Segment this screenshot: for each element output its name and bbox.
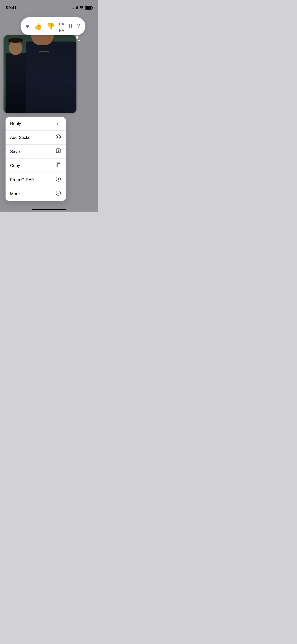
add-sticker-menu-item[interactable]: Add Sticker xyxy=(6,131,66,145)
svg-point-9 xyxy=(58,193,59,193)
reply-icon: ↩ xyxy=(55,121,61,127)
from-giphy-label: From GIPHY xyxy=(10,177,34,182)
svg-point-2 xyxy=(59,136,59,137)
thumbs-up-reaction-button[interactable]: 👍 xyxy=(34,23,42,29)
copy-icon xyxy=(55,162,61,169)
thumbs-down-reaction-button[interactable]: 👎 xyxy=(47,23,55,29)
save-icon xyxy=(55,148,61,155)
heart-reaction-button[interactable]: ♥ xyxy=(26,23,29,29)
reply-menu-item[interactable]: Reply ↩ xyxy=(6,117,66,131)
bubble-tail-large xyxy=(76,36,78,39)
svg-rect-4 xyxy=(57,164,60,167)
save-menu-item[interactable]: Save xyxy=(6,145,66,159)
svg-text:A: A xyxy=(57,178,59,181)
bubble-tail-small xyxy=(78,40,80,41)
svg-point-1 xyxy=(57,136,58,137)
reaction-bar: ♥ 👍 👎 HAHA !! ? xyxy=(21,17,86,35)
more-label: More... xyxy=(10,191,23,196)
more-icon xyxy=(55,190,61,197)
add-sticker-icon xyxy=(55,134,61,141)
more-menu-item[interactable]: More... xyxy=(6,187,66,201)
exclaim-reaction-button[interactable]: !! xyxy=(69,23,72,29)
copy-menu-item[interactable]: Copy xyxy=(6,159,66,173)
question-reaction-button[interactable]: ? xyxy=(77,23,80,29)
svg-point-0 xyxy=(56,135,61,139)
svg-point-10 xyxy=(59,193,60,193)
add-sticker-label: Add Sticker xyxy=(10,135,32,140)
save-label: Save xyxy=(10,149,20,154)
reply-label: Reply xyxy=(10,121,21,126)
from-giphy-icon: A xyxy=(55,176,61,183)
from-giphy-menu-item[interactable]: From GIPHY A xyxy=(6,173,66,187)
context-menu: Reply ↩ Add Sticker Save Copy xyxy=(6,117,66,201)
copy-label: Copy xyxy=(10,163,20,168)
haha-reaction-button[interactable]: HAHA xyxy=(59,20,64,33)
svg-point-8 xyxy=(57,193,58,193)
